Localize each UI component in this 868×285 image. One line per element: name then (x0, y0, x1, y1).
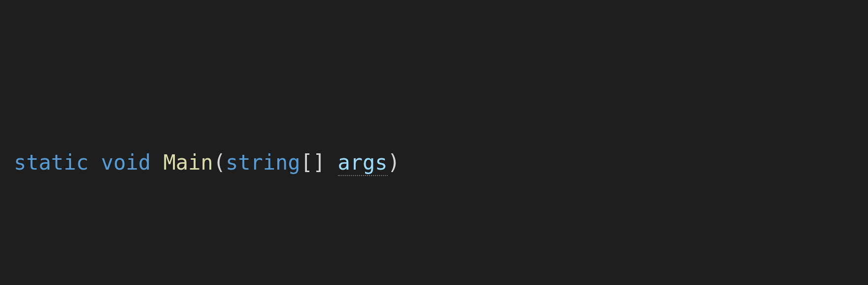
code-editor[interactable]: static void Main(string[] args) { for(in… (0, 0, 868, 285)
code-line: static void Main(string[] args) (14, 146, 868, 179)
keyword-string: string (226, 150, 300, 175)
keyword-void: void (101, 150, 151, 175)
param-args: args (338, 150, 388, 176)
space (325, 150, 337, 175)
space (151, 150, 163, 175)
brackets: [] (300, 150, 326, 175)
method-main: Main (163, 150, 213, 175)
paren-open: ( (213, 150, 226, 175)
paren-close: ) (388, 150, 400, 175)
keyword-static: static (14, 150, 89, 175)
space (89, 150, 101, 175)
